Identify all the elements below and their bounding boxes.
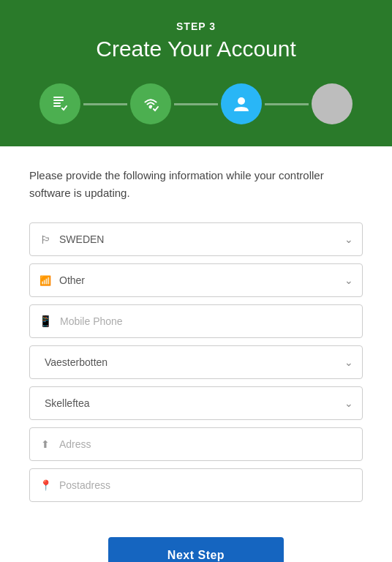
progress-bar [0, 83, 392, 146]
chevron-down-icon: ⌄ [344, 397, 353, 409]
phone-placeholder: Mobile Phone [60, 315, 353, 327]
location-up-icon: ⬆ [39, 438, 52, 450]
progress-step-3 [221, 83, 262, 124]
region-dropdown[interactable]: Vaesterbotten ⌄ [29, 345, 363, 379]
progress-step-2 [130, 83, 171, 124]
city-value: Skelleftea [45, 397, 344, 409]
address-field[interactable]: ⬆ Adress [29, 427, 363, 461]
address-placeholder: Adress [59, 438, 353, 450]
progress-circle-1 [39, 83, 80, 124]
progress-circle-4 [312, 83, 353, 124]
postcode-field[interactable]: 📍 Postadress [29, 468, 363, 502]
pin-icon: 📍 [39, 479, 52, 491]
chevron-down-icon: ⌄ [344, 233, 353, 245]
card: STEP 3 Create Your Account [0, 0, 392, 562]
progress-line-1 [83, 103, 127, 105]
step-label: STEP 3 [15, 20, 377, 32]
flag-icon: 🏳 [39, 233, 52, 246]
chevron-down-icon: ⌄ [344, 274, 353, 286]
provider-dropdown[interactable]: 📶 Other ⌄ [29, 263, 363, 297]
provider-value: Other [59, 274, 344, 286]
header: STEP 3 Create Your Account [0, 0, 392, 83]
svg-rect-1 [53, 100, 64, 101]
phone-field[interactable]: 📱 Mobile Phone [29, 304, 363, 338]
country-dropdown[interactable]: 🏳 SWEDEN ⌄ [29, 222, 363, 256]
city-dropdown[interactable]: Skelleftea ⌄ [29, 386, 363, 420]
body: Please provide the following information… [0, 146, 392, 517]
svg-rect-0 [53, 97, 64, 98]
signal-icon: 📶 [39, 275, 52, 286]
svg-rect-2 [53, 102, 61, 104]
page-title: Create Your Account [15, 37, 377, 61]
phone-icon: 📱 [39, 315, 53, 328]
svg-point-7 [238, 97, 245, 105]
country-value: SWEDEN [59, 233, 344, 245]
region-value: Vaesterbotten [45, 356, 344, 368]
chevron-down-icon: ⌄ [344, 356, 353, 368]
progress-circle-3 [221, 83, 262, 124]
next-btn-container: Next Step [0, 517, 392, 562]
progress-step-4 [312, 83, 353, 124]
progress-circle-2 [130, 83, 171, 124]
form-section: 🏳 SWEDEN ⌄ 📶 Other ⌄ 📱 Mobile Phone Vaes… [29, 222, 363, 502]
next-step-button[interactable]: Next Step [108, 537, 284, 562]
postcode-placeholder: Postadress [59, 479, 353, 491]
progress-step-1 [39, 83, 80, 124]
progress-line-3 [265, 103, 309, 105]
description-text: Please provide the following information… [29, 167, 363, 202]
progress-line-2 [174, 103, 218, 105]
